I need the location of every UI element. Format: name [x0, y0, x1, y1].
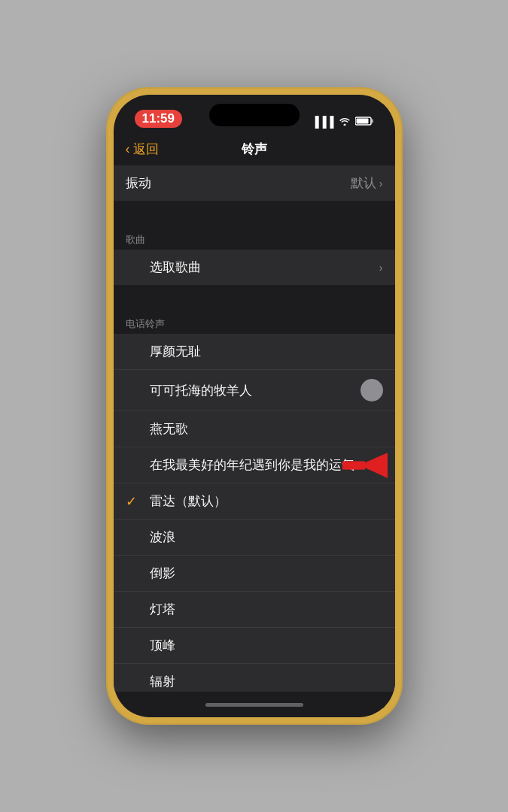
ringtones-section-label: 电话铃声 [114, 311, 395, 334]
svg-rect-1 [371, 120, 373, 123]
phone-frame: 11:59 ▐▐▐ [108, 89, 401, 723]
signal-icon: ▐▐▐ [312, 116, 334, 128]
ringtone-row-5[interactable]: ✓ 雷达（默认） [114, 483, 395, 520]
ringtone-label-8: 灯塔 [150, 601, 383, 618]
page-title: 铃声 [242, 141, 267, 158]
svg-rect-4 [342, 461, 365, 469]
ringtone-label-7: 倒影 [150, 565, 383, 582]
ringtone-label-1: 厚颜无耻 [150, 343, 383, 360]
ringtone-row-4[interactable]: 在我最美好的年纪遇到你是我的运气 [114, 447, 395, 483]
ringtone-label-6: 波浪 [150, 529, 383, 546]
camera-notch [209, 104, 300, 126]
vibration-group: 振动 默认 › [114, 165, 395, 201]
back-button[interactable]: ‹ 返回 [126, 141, 159, 158]
vibration-label: 振动 [126, 174, 351, 192]
checkmark-icon: ✓ [126, 493, 144, 510]
ringtone-row-10[interactable]: 辐射 [114, 664, 395, 692]
status-icons: ▐▐▐ [312, 116, 374, 128]
status-time: 11:59 [135, 110, 182, 128]
nav-bar: ‹ 返回 铃声 [114, 132, 395, 165]
gap-ringtones [114, 285, 395, 311]
ringtone-row-7[interactable]: 倒影 [114, 556, 395, 592]
ringtone-label-2: 可可托海的牧羊人 [150, 382, 360, 399]
battery-icon [355, 116, 374, 128]
songs-list: 选取歌曲 › [114, 250, 395, 285]
vibration-value: 默认 › [351, 174, 383, 192]
ringtone-row-6[interactable]: 波浪 [114, 520, 395, 556]
ringtone-row-2[interactable]: 可可托海的牧羊人 [114, 370, 395, 411]
ringtone-row-8[interactable]: 灯塔 [114, 592, 395, 628]
ringtone-label-9: 顶峰 [150, 637, 383, 654]
svg-rect-2 [356, 119, 368, 124]
home-indicator-bar [114, 692, 395, 717]
home-indicator [205, 703, 303, 707]
phone-screen: 11:59 ▐▐▐ [114, 95, 395, 717]
ringtone-label-5: 雷达（默认） [150, 492, 383, 510]
select-song-row[interactable]: 选取歌曲 › [114, 250, 395, 285]
vibration-row[interactable]: 振动 默认 › [114, 165, 395, 201]
back-chevron-icon: ‹ [126, 141, 130, 157]
toggle-icon [360, 379, 383, 401]
ringtones-list: 厚颜无耻 可可托海的牧羊人 燕无歌 [114, 334, 395, 692]
wifi-icon [339, 116, 351, 128]
red-arrow-annotation [342, 447, 388, 484]
ringtone-label-3: 燕无歌 [150, 420, 383, 438]
select-song-label: 选取歌曲 [150, 259, 379, 276]
vibration-chevron-icon: › [379, 177, 383, 189]
gap-songs [114, 201, 395, 227]
ringtones-section: 电话铃声 厚颜无耻 可可托海的牧羊人 [114, 311, 395, 692]
songs-section: 歌曲 选取歌曲 › [114, 227, 395, 285]
select-song-chevron-icon: › [379, 262, 383, 274]
ringtone-row-9[interactable]: 顶峰 [114, 628, 395, 664]
ringtone-row-3[interactable]: 燕无歌 [114, 411, 395, 447]
ringtone-label-10: 辐射 [150, 673, 383, 690]
content-area: 振动 默认 › 歌曲 选取歌曲 › [114, 165, 395, 692]
songs-section-label: 歌曲 [114, 227, 395, 250]
back-label: 返回 [133, 141, 159, 158]
ringtone-row-1[interactable]: 厚颜无耻 [114, 334, 395, 370]
